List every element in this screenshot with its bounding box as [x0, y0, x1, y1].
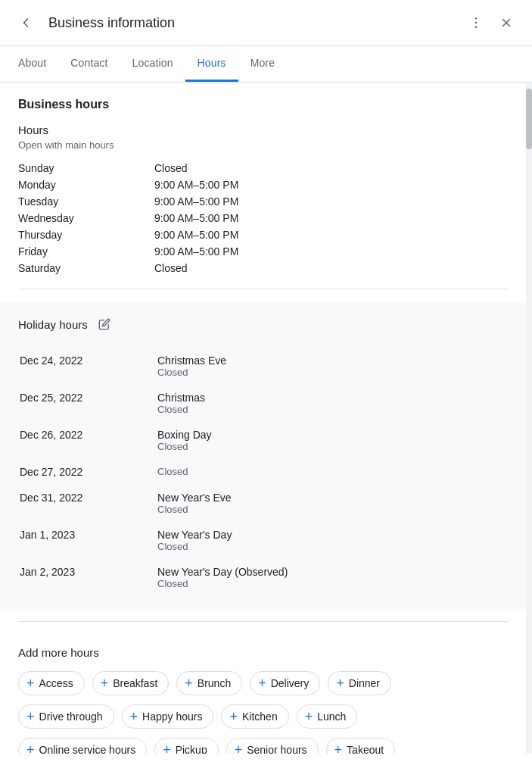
table-row: Jan 1, 2023New Year's DayClosed: [20, 523, 506, 558]
holiday-hours-title: Holiday hours: [18, 318, 88, 331]
chip-brunch[interactable]: +Brunch: [176, 671, 242, 695]
chip-label: Breakfast: [113, 677, 157, 689]
svg-point-0: [475, 17, 478, 20]
chip-label: Pickup: [176, 744, 207, 754]
day-hours: Closed: [154, 160, 508, 176]
holiday-info: New Year's EveClosed: [157, 486, 506, 521]
chip-pickup[interactable]: +Pickup: [154, 738, 219, 754]
day-label: Wednesday: [18, 210, 154, 226]
tab-about[interactable]: About: [6, 46, 58, 82]
day-label: Friday: [18, 243, 154, 260]
holiday-name: New Year's Eve: [157, 492, 506, 504]
holiday-header: Holiday hours: [18, 314, 508, 335]
chip-label: Access: [39, 677, 73, 689]
hours-subtitle: Open with main hours: [18, 139, 508, 151]
close-button[interactable]: [493, 9, 520, 36]
day-hours: 9:00 AM–5:00 PM: [154, 210, 508, 226]
svg-point-2: [475, 27, 478, 29]
chip-plus-icon: +: [185, 676, 193, 690]
chip-access[interactable]: +Access: [18, 671, 85, 695]
holiday-status: Closed: [157, 367, 506, 378]
hours-section: Hours Open with main hours SundayClosedM…: [18, 123, 508, 276]
svg-point-1: [475, 22, 478, 24]
day-label: Tuesday: [18, 193, 154, 210]
back-button[interactable]: [12, 9, 39, 36]
chip-label: Senior hours: [247, 744, 306, 754]
chip-takeout[interactable]: +Takeout: [326, 738, 396, 754]
chips-row: +Access+Breakfast+Brunch+Delivery+Dinner: [18, 671, 508, 695]
chip-plus-icon: +: [235, 743, 243, 754]
chip-plus-icon: +: [26, 676, 35, 690]
chip-lunch[interactable]: +Lunch: [297, 704, 358, 729]
chips-row: +Drive through+Happy hours+Kitchen+Lunch: [18, 704, 508, 729]
table-row: Dec 26, 2022Boxing DayClosed: [20, 423, 506, 458]
table-row: Dec 31, 2022New Year's EveClosed: [20, 486, 506, 521]
table-row: Wednesday9:00 AM–5:00 PM: [18, 210, 508, 226]
holiday-date: Jan 2, 2023: [20, 560, 156, 595]
tab-contact[interactable]: Contact: [58, 46, 120, 82]
chip-senior-hours[interactable]: +Senior hours: [226, 738, 319, 754]
tab-more[interactable]: More: [238, 46, 287, 82]
holiday-date: Dec 25, 2022: [20, 386, 156, 421]
chip-plus-icon: +: [334, 743, 343, 754]
tab-hours[interactable]: Hours: [185, 46, 238, 82]
table-row: SundayClosed: [18, 160, 508, 176]
main-content: Business hours Hours Open with main hour…: [0, 83, 532, 754]
day-label: Monday: [18, 176, 154, 193]
tab-location[interactable]: Location: [120, 46, 185, 82]
chip-plus-icon: +: [101, 676, 109, 690]
holiday-hours-section: Holiday hours Dec 24, 2022Christmas EveC…: [0, 301, 526, 609]
chip-label: Lunch: [317, 710, 346, 723]
chip-plus-icon: +: [163, 743, 171, 754]
holiday-info: Boxing DayClosed: [157, 423, 506, 458]
header-actions: [462, 9, 520, 36]
chip-breakfast[interactable]: +Breakfast: [92, 671, 170, 695]
header: Business information: [0, 0, 532, 46]
day-hours: 9:00 AM–5:00 PM: [154, 226, 508, 243]
table-row: Monday9:00 AM–5:00 PM: [18, 176, 508, 193]
holiday-table: Dec 24, 2022Christmas EveClosedDec 25, 2…: [18, 347, 508, 597]
holiday-date: Dec 27, 2022: [20, 460, 156, 484]
chip-plus-icon: +: [229, 710, 238, 723]
table-row: SaturdayClosed: [18, 260, 508, 276]
chip-kitchen[interactable]: +Kitchen: [221, 704, 288, 729]
chip-happy-hours[interactable]: +Happy hours: [122, 704, 214, 729]
tabs-bar: About Contact Location Hours More: [0, 46, 532, 83]
add-more-hours-section: Add more hours +Access+Breakfast+Brunch+…: [0, 634, 526, 754]
chips-row: +Online service hours+Pickup+Senior hour…: [18, 738, 508, 754]
holiday-date: Jan 1, 2023: [20, 523, 156, 558]
chip-drive-through[interactable]: +Drive through: [18, 704, 114, 729]
day-hours: 9:00 AM–5:00 PM: [154, 193, 508, 210]
day-label: Sunday: [18, 160, 154, 176]
scrollbar[interactable]: [526, 83, 532, 754]
day-hours: 9:00 AM–5:00 PM: [154, 176, 508, 193]
page-title: Business information: [48, 15, 453, 31]
section-title: Business hours: [18, 98, 508, 111]
hours-table: SundayClosedMonday9:00 AM–5:00 PMTuesday…: [18, 160, 508, 276]
holiday-date: Dec 24, 2022: [20, 348, 156, 384]
chip-plus-icon: +: [336, 676, 344, 690]
chip-label: Delivery: [271, 677, 310, 689]
table-row: Dec 27, 2022Closed: [20, 460, 506, 484]
table-row: Dec 25, 2022ChristmasClosed: [20, 386, 506, 421]
holiday-name: Christmas Eve: [157, 354, 506, 367]
holiday-name: New Year's Day: [157, 529, 506, 541]
chip-label: Kitchen: [242, 710, 278, 723]
chip-label: Dinner: [349, 677, 380, 689]
chip-plus-icon: +: [305, 710, 313, 723]
holiday-date: Dec 26, 2022: [20, 423, 156, 458]
edit-holiday-hours-button[interactable]: [94, 314, 115, 335]
table-row: Tuesday9:00 AM–5:00 PM: [18, 193, 508, 210]
holiday-info: Christmas EveClosed: [157, 348, 506, 384]
add-more-hours-title: Add more hours: [18, 646, 508, 659]
scrollbar-thumb[interactable]: [526, 89, 532, 149]
more-options-button[interactable]: [462, 9, 490, 36]
holiday-info: Closed: [157, 460, 506, 484]
chip-dinner[interactable]: +Dinner: [328, 671, 391, 695]
chip-plus-icon: +: [130, 710, 138, 723]
chip-label: Online service hours: [39, 744, 136, 754]
holiday-status: Closed: [157, 441, 506, 452]
table-row: Thursday9:00 AM–5:00 PM: [18, 226, 508, 243]
chip-online-service-hours[interactable]: +Online service hours: [18, 738, 147, 754]
chip-delivery[interactable]: +Delivery: [250, 671, 320, 695]
